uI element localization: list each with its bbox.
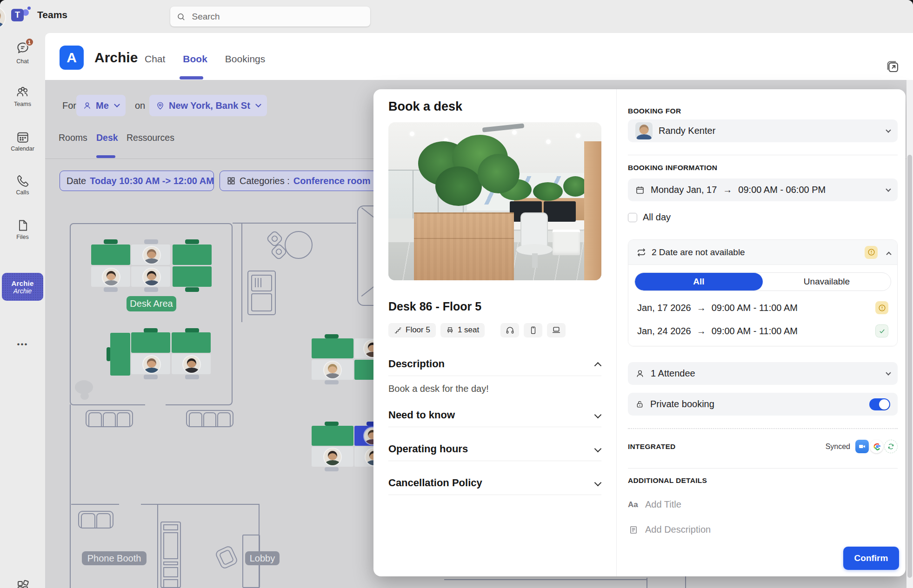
wall — [157, 504, 158, 588]
sidebar-item-calls[interactable]: Calls — [0, 174, 45, 196]
categories-filter-button[interactable]: Categories : Conference room — [220, 171, 380, 191]
scrollbar-thumb[interactable] — [907, 155, 912, 578]
chevron-down-icon — [886, 186, 891, 192]
lobby-chair — [214, 545, 239, 570]
tab-chat[interactable]: Chat — [145, 53, 165, 65]
avatar — [103, 269, 120, 285]
sofa — [86, 410, 133, 427]
booking-person-select[interactable]: Randy Kenter — [628, 119, 898, 142]
section-cancellation-header[interactable]: Cancellation Policy — [388, 471, 601, 495]
desk-available[interactable] — [312, 426, 353, 446]
all-day-checkbox-row[interactable]: All day — [628, 212, 898, 223]
chevron-down-icon — [255, 101, 261, 107]
tab-book[interactable]: Book — [183, 53, 207, 65]
chevron-down-icon — [886, 370, 891, 375]
stairs-icon — [394, 326, 402, 334]
availability-header[interactable]: 2 Date are not available — [628, 240, 897, 265]
sidebar-item-chat[interactable]: 1 Chat — [0, 41, 45, 65]
desk-available[interactable] — [131, 332, 170, 353]
tab-desk[interactable]: Desk — [96, 132, 118, 143]
alert-icon — [878, 304, 886, 312]
add-description-field[interactable]: Add Description — [628, 524, 898, 535]
tab-all[interactable]: All — [635, 273, 763, 291]
person-avatar — [635, 122, 653, 139]
wall — [444, 579, 646, 580]
date-filter-button[interactable]: Date Today 10:30 AM -> 12:00 AM — [60, 171, 214, 191]
tab-ressources[interactable]: Ressources — [127, 132, 174, 143]
chair — [325, 422, 339, 426]
chair — [325, 467, 339, 471]
chair — [144, 375, 158, 379]
avatar — [324, 449, 341, 465]
chair-icon — [446, 326, 454, 334]
sidebar-item-apps[interactable]: Apps — [0, 579, 45, 588]
section-need-to-know-header[interactable]: Need to know — [388, 403, 601, 427]
archie-logo: A — [60, 46, 84, 70]
integrated-heading: INTEGRATED — [628, 443, 676, 451]
top-bar: T Teams — [0, 0, 913, 33]
desk-name: Desk 86 - Floor 5 — [388, 300, 601, 313]
repeat-icon — [637, 248, 646, 257]
modal-title: Book a desk — [388, 99, 601, 114]
add-title-field[interactable]: Aa Add Title — [628, 499, 898, 510]
app-rail: 1 Chat Teams Calendar Calls Files Archie… — [0, 33, 45, 588]
location-select[interactable]: New York, Bank St — [149, 95, 267, 116]
desk-available[interactable] — [172, 332, 211, 353]
popout-icon[interactable] — [886, 59, 900, 74]
desk-available[interactable] — [354, 360, 375, 380]
sidebar-item-teams[interactable]: Teams — [0, 86, 45, 107]
section-description-header[interactable]: Description — [388, 352, 601, 376]
private-booking-toggle[interactable] — [869, 398, 890, 410]
teams-video-icon — [855, 440, 869, 453]
desk-available[interactable] — [91, 244, 130, 265]
shelf-line — [260, 278, 261, 287]
check-icon — [879, 328, 886, 335]
lobby-label: Lobby — [245, 551, 280, 565]
sidebar-more-button[interactable]: ••• — [0, 340, 45, 349]
search-input[interactable] — [191, 11, 364, 22]
phone-booth-label: Phone Booth — [82, 551, 147, 565]
booking-date-select[interactable]: Monday Jan, 17 → 09:00 AM - 06:00 PM — [628, 178, 898, 201]
avatar — [143, 356, 160, 373]
availability-row: Jan, 24 2026 → 09:00 AM - 11:00 AM — [634, 324, 891, 337]
user-avatar[interactable] — [0, 7, 5, 28]
confirm-button[interactable]: Confirm — [843, 547, 899, 570]
files-icon — [16, 218, 29, 232]
phone-amenity — [524, 323, 542, 337]
location-pin-icon — [156, 101, 165, 110]
desk-available[interactable] — [312, 338, 353, 358]
smartphone-icon — [529, 326, 538, 335]
synced-label: Synced — [826, 443, 850, 451]
search-bar[interactable] — [170, 7, 370, 26]
cabinet-shelf — [251, 275, 272, 291]
sidebar-item-calendar[interactable]: Calendar — [0, 130, 45, 152]
section-operating-hours-header[interactable]: Operating hours — [388, 437, 601, 461]
tab-bookings[interactable]: Bookings — [225, 53, 265, 65]
warning-badge — [865, 246, 878, 259]
booking-for-heading: BOOKING FOR — [628, 107, 898, 115]
description-text: Book a desk for the day! — [388, 376, 601, 398]
shelf-line — [255, 278, 256, 287]
shelf-segment — [163, 562, 178, 565]
text-title-icon: Aa — [628, 500, 639, 509]
desk-available[interactable] — [110, 333, 130, 376]
divider — [628, 155, 898, 155]
tab-unavailable[interactable]: Unavailable — [763, 273, 891, 291]
active-view-indicator — [96, 155, 115, 158]
teams-window: T Teams 1 Chat Teams Calendar Ca — [0, 0, 913, 588]
scrollbar[interactable] — [906, 80, 913, 588]
page-title: Archie — [94, 50, 138, 66]
shelf-segment — [163, 567, 178, 577]
all-day-checkbox[interactable] — [628, 213, 637, 222]
for-person-select[interactable]: Me — [76, 95, 126, 116]
desk-available[interactable] — [173, 244, 212, 265]
on-label: on — [135, 100, 145, 111]
avatar — [324, 362, 341, 378]
sidebar-item-files[interactable]: Files — [0, 218, 45, 240]
sidebar-item-archie[interactable]: Archie Archie — [2, 273, 43, 301]
tab-rooms[interactable]: Rooms — [59, 132, 87, 143]
booking-info-heading: BOOKING INFORMATION — [628, 164, 898, 172]
chevron-down-icon — [886, 127, 891, 132]
desk-available[interactable] — [173, 266, 212, 287]
attendee-select[interactable]: 1 Attendee — [628, 362, 898, 385]
